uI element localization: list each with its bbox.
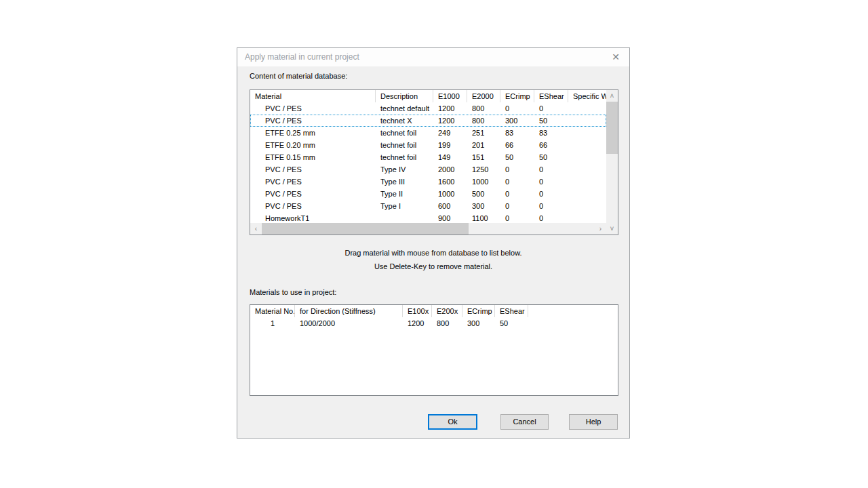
table-cell: 0 xyxy=(500,176,534,188)
table-cell: technet foil xyxy=(376,139,433,151)
table-cell: 0 xyxy=(500,212,534,223)
table-cell: ETFE 0.20 mm xyxy=(250,139,376,151)
table-cell: 300 xyxy=(500,115,534,127)
table-cell: technet foil xyxy=(376,151,433,163)
table-row[interactable]: PVC / PESType IV2000125000 xyxy=(250,163,606,176)
table-cell: PVC / PES xyxy=(250,102,376,115)
table-cell: 0 xyxy=(500,102,534,115)
table-cell: technet foil xyxy=(376,127,433,139)
scroll-down-icon[interactable]: ˅ xyxy=(606,223,618,235)
column-header[interactable]: E2000 xyxy=(467,90,500,102)
column-header[interactable]: for Direction (Stiffness) xyxy=(295,305,403,317)
column-header[interactable]: EShear xyxy=(534,90,568,102)
cancel-button[interactable]: Cancel xyxy=(500,414,549,430)
table-cell xyxy=(568,151,606,163)
table-cell: HomeworkT1 xyxy=(250,212,376,223)
table-cell xyxy=(568,212,606,223)
help-button[interactable]: Help xyxy=(569,414,618,430)
table-row[interactable]: 11000/2000120080030050 xyxy=(250,317,618,329)
horizontal-scroll-thumb[interactable] xyxy=(262,223,469,235)
table-cell: 149 xyxy=(433,151,467,163)
table-cell: 1000 xyxy=(467,176,500,188)
table-cell: 251 xyxy=(467,127,500,139)
column-header[interactable]: Material xyxy=(250,90,376,102)
database-label: Content of material database: xyxy=(250,72,347,80)
table-cell xyxy=(568,139,606,151)
table-cell: 0 xyxy=(534,176,568,188)
table-cell: 1000 xyxy=(433,188,467,200)
table-cell: 1200 xyxy=(433,102,467,115)
table-cell xyxy=(568,163,606,176)
table-row[interactable]: ETFE 0.25 mmtechnet foil2492518383 xyxy=(250,127,606,139)
table-cell: Type II xyxy=(376,188,433,200)
column-header[interactable]: ECrimp xyxy=(500,90,534,102)
table-cell: 0 xyxy=(534,102,568,115)
table-cell: 151 xyxy=(467,151,500,163)
table-cell: 249 xyxy=(433,127,467,139)
table-row[interactable]: PVC / PESType I60030000 xyxy=(250,200,606,212)
project-label: Materials to use in project: xyxy=(250,288,336,296)
table-row[interactable]: ETFE 0.15 mmtechnet foil1491515050 xyxy=(250,151,606,163)
table-cell: 1250 xyxy=(467,163,500,176)
column-header[interactable]: E1000 xyxy=(433,90,467,102)
column-header[interactable]: EShear xyxy=(495,305,528,317)
table-row[interactable]: PVC / PEStechnet X120080030050 xyxy=(250,115,606,127)
table-cell: 500 xyxy=(467,188,500,200)
table-cell: 199 xyxy=(433,139,467,151)
table-cell: technet X xyxy=(376,115,433,127)
table-cell: 1200 xyxy=(403,317,432,329)
table-cell: 0 xyxy=(534,188,568,200)
table-row[interactable]: PVC / PESType II100050000 xyxy=(250,188,606,200)
project-materials-rows: Material No.for Direction (Stiffness)E10… xyxy=(250,305,618,395)
table-cell: 66 xyxy=(534,139,568,151)
table-cell: 50 xyxy=(534,115,568,127)
table-cell: 600 xyxy=(433,200,467,212)
table-cell: 800 xyxy=(432,317,462,329)
column-header[interactable]: ECrimp xyxy=(462,305,495,317)
column-header[interactable]: E100x xyxy=(403,305,432,317)
close-icon[interactable]: ✕ xyxy=(610,52,622,62)
column-header[interactable]: Description xyxy=(376,90,433,102)
table-cell: PVC / PES xyxy=(250,176,376,188)
table-cell: 300 xyxy=(462,317,495,329)
table-row[interactable]: ETFE 0.20 mmtechnet foil1992016666 xyxy=(250,139,606,151)
table-row[interactable]: HomeworkT1900110000 xyxy=(250,212,606,223)
apply-material-dialog: Apply material in current project ✕ Cont… xyxy=(237,47,630,439)
table-cell xyxy=(568,127,606,139)
delete-hint-text: Use Delete-Key to remove material. xyxy=(237,262,629,270)
scroll-right-icon[interactable]: › xyxy=(595,223,606,235)
vertical-scrollbar[interactable]: ˄ ˅ xyxy=(606,90,618,235)
table-cell: 50 xyxy=(495,317,528,329)
ok-button[interactable]: Ok xyxy=(428,414,477,430)
column-header[interactable]: Material No. xyxy=(250,305,295,317)
table-cell: 0 xyxy=(500,163,534,176)
table-cell: 1600 xyxy=(433,176,467,188)
table-cell: PVC / PES xyxy=(250,163,376,176)
table-cell: PVC / PES xyxy=(250,200,376,212)
table-cell: 0 xyxy=(500,200,534,212)
table-cell: 0 xyxy=(534,200,568,212)
table-cell: 83 xyxy=(500,127,534,139)
table-cell xyxy=(568,102,606,115)
table-cell: technet default xyxy=(376,102,433,115)
vertical-scroll-thumb[interactable] xyxy=(606,102,618,154)
column-header[interactable]: Specific Weig xyxy=(568,90,606,102)
table-row[interactable]: PVC / PESType III1600100000 xyxy=(250,176,606,188)
table-cell: ETFE 0.25 mm xyxy=(250,127,376,139)
scroll-left-icon[interactable]: ‹ xyxy=(250,223,262,235)
table-cell: Type III xyxy=(376,176,433,188)
table-cell: 66 xyxy=(500,139,534,151)
table-cell: 50 xyxy=(500,151,534,163)
table-cell: Type I xyxy=(376,200,433,212)
table-cell: 1 xyxy=(250,317,295,329)
table-cell: 300 xyxy=(467,200,500,212)
table-cell: 0 xyxy=(534,163,568,176)
drag-hint-text: Drag material with mouse from database t… xyxy=(237,249,629,257)
horizontal-scrollbar[interactable]: ‹ › xyxy=(250,223,606,235)
scroll-up-icon[interactable]: ˄ xyxy=(606,90,618,102)
table-row[interactable]: PVC / PEStechnet default120080000 xyxy=(250,102,606,115)
column-header[interactable]: E200x xyxy=(432,305,462,317)
table-cell: 83 xyxy=(534,127,568,139)
dialog-titlebar[interactable]: Apply material in current project ✕ xyxy=(237,48,629,66)
header-row: Material No.for Direction (Stiffness)E10… xyxy=(250,305,618,317)
